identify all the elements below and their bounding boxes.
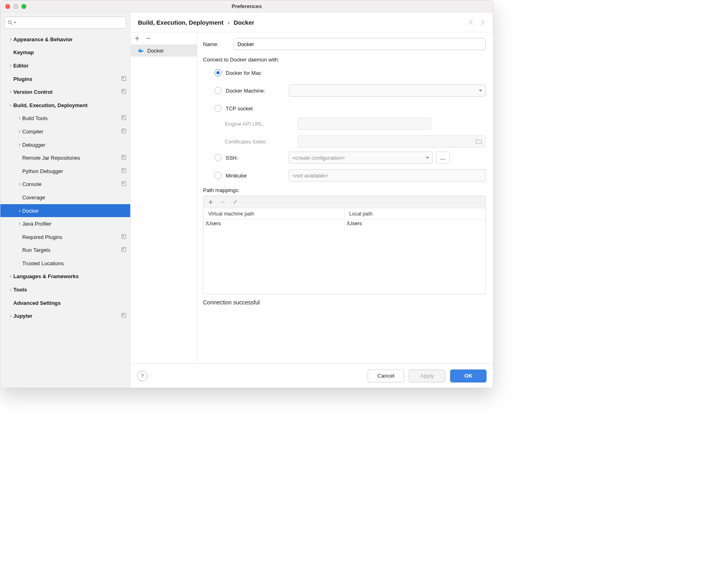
nav-back-icon[interactable] — [468, 19, 475, 26]
breadcrumb-parent[interactable]: Build, Execution, Deployment — [138, 19, 224, 26]
sidebar-item-build-execution-deployment[interactable]: Build, Execution, Deployment — [0, 99, 130, 112]
ssh-config-browse-button[interactable]: … — [436, 152, 450, 164]
project-scope-icon — [121, 181, 126, 187]
sidebar-item-tools[interactable]: Tools — [0, 283, 130, 296]
sidebar-item-appearance-behavior[interactable]: Appearance & Behavior — [0, 33, 130, 46]
sidebar-item-coverage[interactable]: Coverage — [0, 191, 130, 204]
connect-title: Connect to Docker daemon with: — [203, 57, 486, 63]
sidebar-item-languages-frameworks[interactable]: Languages & Frameworks — [0, 270, 130, 283]
content-header: Build, Execution, Deployment › Docker — [131, 13, 493, 32]
col-vm-path[interactable]: Virtual machine path — [203, 208, 345, 219]
radio-docker-for-mac[interactable]: Docker for Mac — [214, 67, 486, 79]
window-title: Preferences — [0, 3, 493, 9]
col-local-path[interactable]: Local path — [345, 208, 486, 219]
help-button[interactable]: ? — [137, 371, 148, 381]
sidebar-item-label: Docker — [22, 208, 126, 214]
sidebar-item-java-profiler[interactable]: Java Profiler — [0, 217, 130, 230]
chevron-right-icon — [8, 91, 13, 93]
sidebar-item-python-debugger[interactable]: Python Debugger — [0, 165, 130, 178]
sidebar-item-label: Compiler — [22, 129, 121, 135]
add-icon[interactable] — [208, 200, 213, 205]
chevron-right-icon — [17, 144, 22, 146]
folder-icon — [476, 139, 482, 144]
cell-local-path: /Users — [345, 220, 486, 231]
sidebar-item-label: Debugger — [22, 142, 126, 148]
sidebar-item-console[interactable]: Console — [0, 178, 130, 191]
radio-minikube[interactable]: Minikube <not available> — [214, 169, 486, 182]
chevron-right-icon — [8, 315, 13, 317]
sidebar-item-jupyter[interactable]: Jupyter — [0, 309, 130, 323]
remove-icon[interactable] — [146, 36, 151, 41]
svg-rect-3 — [123, 77, 124, 78]
cancel-button[interactable]: Cancel — [368, 370, 404, 382]
apply-button[interactable]: Apply — [409, 370, 445, 382]
name-input[interactable] — [234, 38, 486, 50]
sidebar-item-keymap[interactable]: Keymap — [0, 46, 130, 59]
radio-icon — [214, 105, 222, 112]
ssh-config-combo[interactable]: <create configuration> — [289, 152, 433, 164]
sidebar-item-compiler[interactable]: Compiler — [0, 125, 130, 138]
ok-button[interactable]: OK — [450, 370, 487, 382]
chevron-down-icon — [426, 157, 429, 159]
sidebar-item-label: Editor — [13, 63, 126, 69]
project-scope-icon — [121, 313, 126, 319]
sidebar-item-label: Tools — [13, 287, 126, 293]
docker-machine-combo[interactable] — [289, 84, 486, 97]
sidebar-item-editor[interactable]: Editor — [0, 59, 130, 72]
profile-item-label: Docker — [147, 48, 164, 54]
chevron-right-icon — [8, 38, 13, 41]
sidebar-item-label: Run Targets — [22, 247, 121, 253]
docker-icon — [138, 48, 144, 53]
certs-label: Certificates folder: — [225, 139, 298, 145]
sidebar-item-run-targets[interactable]: Run Targets — [0, 244, 130, 257]
svg-rect-9 — [123, 130, 124, 131]
chevron-right-icon — [17, 183, 22, 186]
sidebar-item-docker[interactable]: Docker — [0, 204, 130, 218]
cell-vm-path: /Users — [203, 220, 345, 231]
project-scope-icon — [121, 168, 126, 174]
radio-tcp-socket[interactable]: TCP socket — [214, 102, 486, 114]
radio-icon — [214, 69, 222, 76]
preferences-window: Preferences Appearance & BehaviorKeymapE… — [0, 0, 493, 388]
search-history-icon[interactable] — [14, 22, 16, 23]
sidebar-item-trusted-locations[interactable]: Trusted Locations — [0, 257, 130, 270]
sidebar-item-label: Plugins — [13, 76, 121, 82]
remove-icon[interactable] — [220, 200, 225, 205]
sidebar-item-label: Jupyter — [13, 313, 121, 319]
chevron-down-icon — [479, 90, 482, 92]
search-icon — [7, 20, 13, 25]
svg-line-1 — [11, 23, 13, 25]
edit-icon[interactable] — [233, 200, 237, 205]
nav-forward-icon[interactable] — [478, 19, 486, 26]
engine-url-label: Engine API URL: — [225, 121, 298, 127]
table-row[interactable]: /Users/Users — [203, 220, 485, 231]
sidebar-item-label: Java Profiler — [22, 221, 126, 227]
sidebar-item-label: Coverage — [22, 194, 126, 201]
project-scope-icon — [121, 247, 126, 253]
sidebar-item-label: Python Debugger — [22, 168, 121, 174]
profile-item-docker[interactable]: Docker — [131, 44, 197, 57]
chevron-right-icon — [17, 209, 22, 212]
sidebar-item-advanced-settings[interactable]: Advanced Settings — [0, 296, 130, 310]
radio-docker-machine[interactable]: Docker Machine: — [214, 84, 486, 97]
chevron-right-icon — [17, 117, 22, 120]
settings-sidebar: Appearance & BehaviorKeymapEditorPlugins… — [0, 13, 131, 388]
sidebar-item-debugger[interactable]: Debugger — [0, 138, 130, 152]
docker-form: Name: Connect to Docker daemon with: Doc… — [197, 32, 493, 363]
chevron-right-icon — [17, 130, 22, 133]
chevron-right-icon — [8, 64, 13, 67]
breadcrumb: Build, Execution, Deployment › Docker — [138, 19, 254, 26]
chevron-right-icon — [8, 275, 13, 278]
sidebar-item-build-tools[interactable]: Build Tools — [0, 112, 130, 125]
sidebar-item-remote-jar-repositories[interactable]: Remote Jar Repositories — [0, 151, 130, 165]
search-field[interactable] — [18, 20, 123, 26]
search-input[interactable] — [4, 17, 126, 29]
project-scope-icon — [121, 115, 126, 121]
sidebar-item-required-plugins[interactable]: Required Plugins — [0, 230, 130, 244]
radio-ssh[interactable]: SSH: <create configuration> … — [214, 152, 486, 164]
chevron-right-icon: › — [228, 19, 230, 26]
sidebar-item-plugins[interactable]: Plugins — [0, 72, 130, 86]
add-icon[interactable] — [135, 36, 140, 41]
sidebar-item-version-control[interactable]: Version Control — [0, 85, 130, 99]
titlebar: Preferences — [0, 0, 493, 13]
